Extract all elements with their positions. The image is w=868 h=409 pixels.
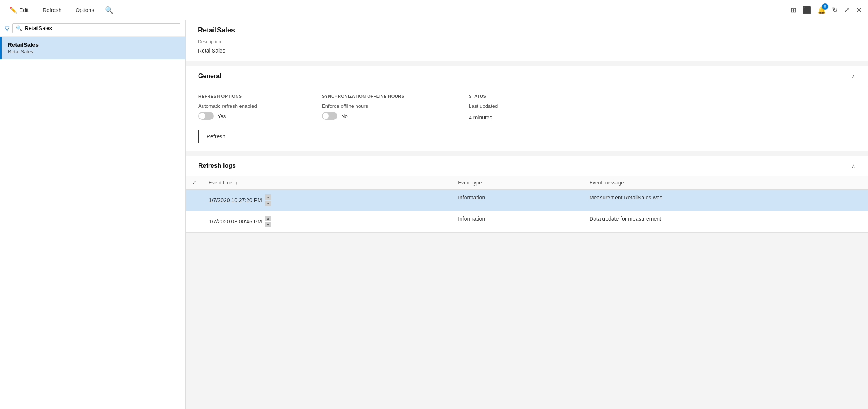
options-label: Options — [75, 7, 94, 13]
row2-message-value: Data update for measurement — [589, 216, 661, 222]
description-label: Description — [198, 39, 856, 44]
refresh-logs-header[interactable]: Refresh logs ∧ — [186, 156, 868, 176]
auto-refresh-toggle[interactable] — [198, 112, 214, 120]
edit-icon: ✏️ — [9, 6, 17, 14]
event-message-label: Event message — [589, 180, 624, 186]
sync-offline-col: SYNCHRONIZATION OFFLINE HOURS Enforce of… — [322, 94, 469, 143]
row1-event-time: 1/7/2020 10:27:20 PM ▲ ▼ — [203, 190, 452, 211]
notification-badge: 0 — [822, 3, 828, 10]
enforce-offline-toggle[interactable] — [322, 112, 337, 120]
table-row[interactable]: 1/7/2020 08:00:45 PM ▲ ▼ Information Dat… — [186, 211, 868, 232]
refresh-options-header: REFRESH OPTIONS — [198, 94, 306, 99]
search-icon: 🔍 — [16, 25, 22, 31]
sidebar-item-title: RetailSales — [8, 41, 179, 48]
row2-event-time: 1/7/2020 08:00:45 PM ▲ ▼ — [203, 211, 452, 232]
grid-icon[interactable]: ⊞ — [791, 6, 797, 14]
event-type-label: Event type — [458, 180, 482, 186]
table-row[interactable]: 1/7/2020 10:27:20 PM ▲ ▼ Information Mea… — [186, 190, 868, 211]
sidebar: ▽ 🔍 RetailSales RetailSales — [0, 20, 186, 409]
edit-button[interactable]: ✏️ Edit — [6, 5, 32, 15]
refresh-circle-icon[interactable]: ↻ — [832, 6, 838, 14]
row1-scroll-down[interactable]: ▼ — [265, 201, 271, 206]
row2-event-type: Information — [452, 211, 583, 232]
auto-refresh-toggle-row: Yes — [198, 112, 306, 120]
filter-icon[interactable]: ▽ — [5, 25, 9, 32]
row1-time-value: 1/7/2020 10:27:20 PM — [209, 197, 262, 203]
general-grid: REFRESH OPTIONS Automatic refresh enable… — [198, 94, 855, 143]
row1-scroll-up[interactable]: ▲ — [265, 194, 271, 200]
refresh-logs-title: Refresh logs — [198, 162, 236, 169]
status-header: STATUS — [469, 94, 562, 99]
logs-check-col-header: ✓ — [186, 176, 203, 190]
event-message-col-header[interactable]: Event message — [583, 176, 868, 190]
last-updated-label: Last updated — [469, 103, 562, 109]
search-input[interactable] — [25, 25, 177, 31]
row1-message-value: Measurement RetailSales was — [589, 194, 662, 201]
row1-event-message: Measurement RetailSales was — [583, 190, 868, 211]
enforce-offline-toggle-row: No — [322, 112, 453, 120]
search-box[interactable]: 🔍 — [12, 23, 180, 33]
general-section-title: General — [198, 73, 221, 80]
refresh-toolbar-button[interactable]: Refresh — [39, 5, 65, 15]
toolbar-right: ⊞ ⬛ 🔔 0 ↻ ⤢ ✕ — [791, 6, 862, 14]
row2-scroll-up[interactable]: ▲ — [265, 216, 271, 221]
sidebar-toolbar: ▽ 🔍 — [0, 20, 185, 37]
main-layout: ▽ 🔍 RetailSales RetailSales RetailSales … — [0, 20, 868, 409]
enforce-offline-value: No — [341, 113, 348, 119]
row2-scroll-down[interactable]: ▼ — [265, 222, 271, 227]
row1-check — [186, 190, 203, 211]
general-section-header[interactable]: General ∧ — [186, 66, 868, 86]
sidebar-item-subtitle: RetailSales — [8, 49, 179, 55]
sync-offline-header: SYNCHRONIZATION OFFLINE HOURS — [322, 94, 453, 99]
row1-scroll[interactable]: ▲ ▼ — [265, 194, 271, 206]
auto-refresh-value: Yes — [218, 113, 226, 119]
logs-table-header-row: ✓ Event time ↓ Event type Event message — [186, 176, 868, 190]
refresh-logs-body: ✓ Event time ↓ Event type Event message — [186, 176, 868, 232]
row2-check — [186, 211, 203, 232]
close-icon[interactable]: ✕ — [856, 6, 862, 14]
refresh-toolbar-label: Refresh — [43, 7, 61, 13]
general-chevron-icon: ∧ — [851, 73, 855, 79]
options-button[interactable]: Options — [72, 5, 97, 15]
event-time-label: Event time — [209, 180, 232, 186]
row1-event-type: Information — [452, 190, 583, 211]
expand-icon[interactable]: ⤢ — [844, 6, 850, 14]
content-area: RetailSales Description RetailSales Gene… — [186, 20, 868, 409]
auto-refresh-label: Automatic refresh enabled — [198, 103, 306, 109]
status-col: STATUS Last updated 4 minutes — [469, 94, 577, 143]
office-icon[interactable]: ⬛ — [803, 6, 811, 14]
logs-table: ✓ Event time ↓ Event type Event message — [186, 176, 868, 232]
enforce-offline-label: Enforce offline hours — [322, 103, 453, 109]
description-value: RetailSales — [198, 45, 322, 56]
row2-event-message: Data update for measurement — [583, 211, 868, 232]
refresh-logs-chevron-icon: ∧ — [851, 163, 855, 169]
content-title: RetailSales — [198, 26, 856, 34]
row2-time-value: 1/7/2020 08:00:45 PM — [209, 218, 262, 225]
refresh-options-col: REFRESH OPTIONS Automatic refresh enable… — [198, 94, 322, 143]
search-toolbar-icon[interactable]: 🔍 — [105, 6, 113, 14]
last-updated-value: 4 minutes — [469, 112, 554, 123]
general-section: General ∧ REFRESH OPTIONS Automatic refr… — [186, 66, 868, 151]
event-type-col-header[interactable]: Event type — [452, 176, 583, 190]
refresh-button-label: Refresh — [206, 133, 225, 140]
refresh-button[interactable]: Refresh — [198, 130, 233, 143]
event-time-sort-icon: ↓ — [235, 181, 238, 185]
general-section-body: REFRESH OPTIONS Automatic refresh enable… — [186, 86, 868, 151]
sidebar-item-retailsales[interactable]: RetailSales RetailSales — [0, 37, 185, 59]
row2-scroll[interactable]: ▲ ▼ — [265, 216, 271, 227]
event-time-col-header[interactable]: Event time ↓ — [203, 176, 452, 190]
sidebar-list: RetailSales RetailSales — [0, 37, 185, 409]
content-header: RetailSales Description RetailSales — [186, 20, 868, 61]
notifications-icon[interactable]: 🔔 0 — [817, 6, 826, 14]
refresh-logs-section: Refresh logs ∧ ✓ Event time ↓ Event ty — [186, 156, 868, 233]
toolbar: ✏️ Edit Refresh Options 🔍 ⊞ ⬛ 🔔 0 ↻ ⤢ ✕ — [0, 0, 868, 20]
edit-label: Edit — [19, 7, 29, 13]
